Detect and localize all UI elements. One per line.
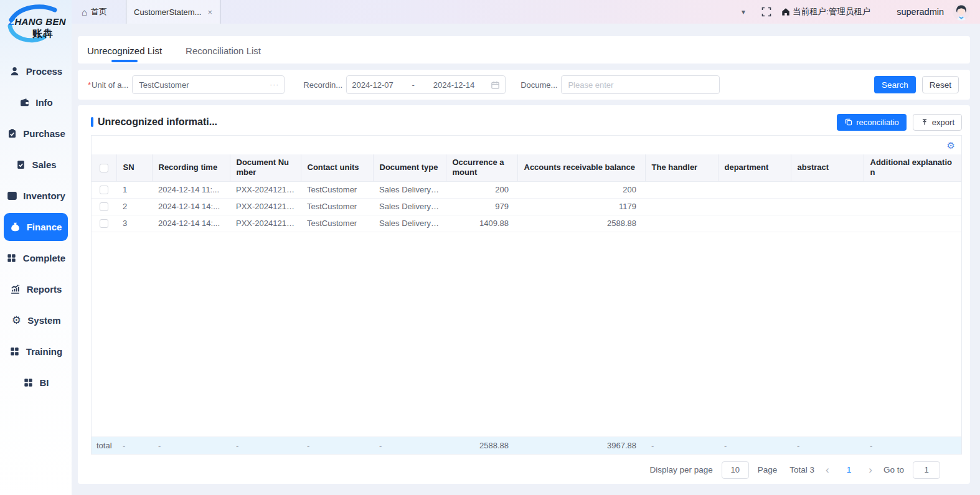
prev-page-icon[interactable]: ‹ [823,464,832,476]
required-asterisk: * [88,80,91,90]
chevron-down-icon[interactable]: ▼ [740,9,747,16]
sidebar-item-purchase[interactable]: Purchase [4,120,68,148]
user-icon [9,66,21,77]
unit-select[interactable]: ··· [132,75,285,94]
cell-balance: 200 [517,181,645,198]
avatar[interactable] [953,3,970,21]
sidebar-item-label: Complete [23,253,65,263]
open-tab-customer-statement[interactable]: CustomerStatem... × [126,0,220,24]
app-logo: ZHANG BEN 账犇 [0,0,72,54]
sidebar-item-info[interactable]: Info [4,88,68,116]
sidebar-item-label: Purchase [23,128,65,139]
column-header: Contact units [301,154,373,181]
main-area: ⌂ 首页 CustomerStatem... × ▼ 当前租户:管 [72,0,980,495]
reconciliation-button[interactable]: reconciliatio [837,114,907,131]
sidebar-item-complete[interactable]: Complete [4,244,68,272]
tenant-label: 当前租户:管理员租户 [793,6,870,17]
display-per-page-label: Display per page [649,465,712,474]
table-row[interactable]: 12024-12-14 11:...PXX-20241214-...TestCu… [92,181,961,198]
tab-unrecognized-list[interactable]: Unrecognized List [87,45,162,64]
sidebar-item-training[interactable]: Training [4,337,68,365]
cell-handler [645,181,718,198]
cell-additional [864,181,961,198]
page-label: Page [758,465,778,474]
sidebar-item-process[interactable]: Process [4,57,68,85]
date-to[interactable]: 2024-12-14 [433,80,475,90]
cell-department [718,198,791,215]
cell-document_number: PXX-20241214-... [230,181,301,198]
sidebar: ZHANG BEN 账犇 ProcessInfoPurchaseSalesInv… [0,0,72,495]
total-abstract: - [791,436,864,454]
select-all-header [92,154,116,181]
current-page[interactable]: 1 [841,465,858,474]
unrecognized-panel: Unrecognized informati... reconciliatio [78,105,970,484]
table-row[interactable]: 32024-12-14 14:...PXX-20241214-...TestCu… [92,215,961,232]
fullscreen-icon[interactable] [761,7,771,17]
cell-abstract [791,215,864,232]
cell-handler [645,215,718,232]
grid-icon [23,377,34,389]
app-window: ZHANG BEN 账犇 ProcessInfoPurchaseSalesInv… [0,0,980,495]
cell-recording_time: 2024-12-14 11:... [152,181,230,198]
chart-frame-icon [6,191,17,202]
reset-button[interactable]: Reset [922,76,959,93]
document-input-wrap [561,75,720,94]
unit-input[interactable] [138,80,270,90]
wallet-icon [19,97,30,108]
cell-document_type: Sales Delivery List [373,181,446,198]
column-header: SN [116,154,152,181]
row-select-cell [92,215,116,232]
cell-sn: 3 [116,215,152,232]
sidebar-item-label: Training [26,346,62,357]
total-label: total [92,436,116,454]
sidebar-item-bi[interactable]: BI [4,369,68,397]
sidebar-item-system[interactable]: ⚙System [4,306,68,334]
total-row: total-----2588.883967.88---- [92,436,961,455]
goto-page-input[interactable] [913,461,940,479]
clipboard-icon [6,128,17,139]
cell-document_type: Sales Delivery List [373,198,446,215]
select-all-checkbox[interactable] [100,164,108,172]
next-page-icon[interactable]: › [866,464,875,476]
row-checkbox[interactable] [100,202,108,211]
table-row[interactable]: 22024-12-14 14:...PXX-20241214-...TestCu… [92,198,961,215]
page-size-input[interactable] [722,461,749,479]
goto-label: Go to [883,465,904,474]
cell-document_number: PXX-20241214-... [230,215,301,232]
home-label: 首页 [91,6,107,17]
total-recording_time: - [152,436,230,454]
breadcrumb-home[interactable]: ⌂ 首页 [82,6,107,17]
sidebar-item-label: Info [35,97,53,108]
tab-label: Reconciliation List [186,45,261,56]
table-settings-gear-icon[interactable]: ⚙ [947,141,955,150]
grid-icon [6,253,17,264]
total-contact_units: - [301,436,373,454]
column-header: department [718,154,791,181]
column-header: Occurrence amount [446,154,517,181]
total-additional: - [864,436,961,454]
close-icon[interactable]: × [207,7,212,17]
cell-occurrence_amount: 979 [446,198,517,215]
total-document_number: - [230,436,301,454]
search-button[interactable]: Search [874,76,916,93]
date-range-picker[interactable]: 2024-12-07 - 2024-12-14 [346,75,506,94]
date-from[interactable]: 2024-12-07 [352,80,393,90]
table-container: ⚙ SNRecording timeDocument NumberContact… [91,135,962,455]
cell-department [718,181,791,198]
topbar-right: ▼ 当前租户:管理员租户 superadmin [740,3,980,21]
tab-reconciliation-list[interactable]: Reconciliation List [186,45,261,64]
sidebar-item-label: Sales [32,159,56,170]
column-header: Recording time [152,154,230,181]
sidebar-item-sales[interactable]: Sales [4,151,68,179]
sidebar-item-finance[interactable]: Finance [4,213,68,241]
row-checkbox[interactable] [100,219,108,228]
sidebar-item-inventory[interactable]: Inventory [4,182,68,210]
sidebar-item-reports[interactable]: Reports [4,275,68,303]
export-button[interactable]: export [913,114,962,131]
ellipsis-icon[interactable]: ··· [270,80,279,89]
username[interactable]: superadmin [897,7,944,17]
document-input[interactable] [567,80,714,90]
row-checkbox[interactable] [100,186,108,194]
sidebar-item-label: Finance [27,222,62,232]
copy-icon [844,118,853,126]
